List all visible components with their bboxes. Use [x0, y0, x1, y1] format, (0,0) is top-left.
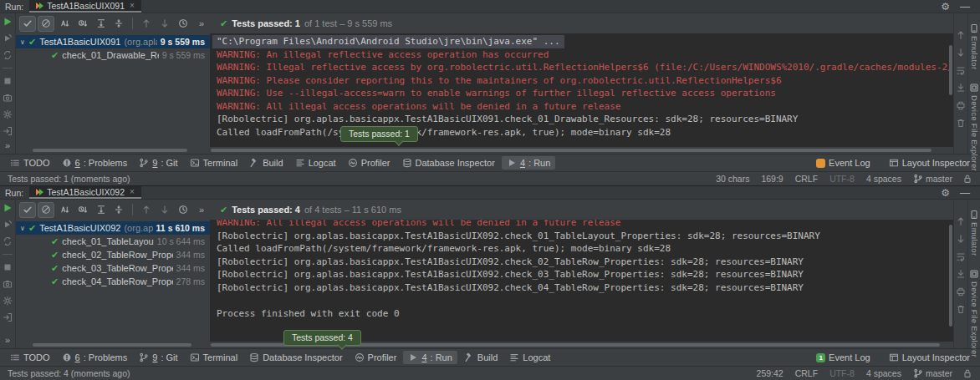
test-case-row[interactable]: ✔ check_01_Drawable_Resources 9 s 559 ms	[16, 48, 210, 62]
clear-console-icon[interactable]	[956, 118, 966, 128]
show-passed-icon[interactable]	[19, 202, 36, 218]
test-case-row[interactable]: ✔ check_02_TableRow_Properties 344 ms	[16, 248, 210, 261]
status-item[interactable]: UTF-8	[829, 174, 855, 184]
show-passed-icon[interactable]	[19, 16, 36, 32]
collapse-all-icon[interactable]	[111, 16, 128, 32]
test-case-row[interactable]: ✔ check_01_TableLayout_Properties 10 s 6…	[16, 235, 210, 248]
toolwindow-logcat-button[interactable]: Logcat	[290, 156, 341, 170]
test-case-row[interactable]: ✔ check_04_TableRow_Properties 278 ms	[16, 275, 210, 288]
test-case-row[interactable]: ✔ check_03_TableRow_Properties 344 ms	[16, 261, 210, 275]
stop-icon[interactable]	[3, 76, 13, 86]
toolwindow-profiler-button[interactable]: Profiler	[350, 351, 402, 364]
event-log-button[interactable]: 1 Event Log	[811, 351, 875, 364]
screenshot-icon[interactable]	[3, 279, 13, 289]
show-ignored-icon[interactable]	[38, 16, 54, 32]
status-item[interactable]: CRLF	[795, 174, 818, 184]
apply-changes-icon[interactable]	[3, 109, 13, 119]
console-vertical-scrollbar[interactable]	[949, 45, 952, 95]
toolwindow-problems-button[interactable]: 6: Problems	[57, 156, 133, 170]
rerun-test-icon[interactable]	[3, 17, 13, 27]
emulator-tab[interactable]: Emulator	[969, 23, 979, 69]
toolwindow-build-button[interactable]: Build	[244, 156, 288, 170]
settings-gear-icon[interactable]: ⚙	[941, 2, 950, 12]
toolwindow-build-button[interactable]: Build	[459, 351, 503, 364]
show-ignored-icon[interactable]	[38, 202, 54, 218]
clear-console-icon[interactable]	[956, 304, 966, 314]
console-vertical-scrollbar[interactable]	[949, 225, 952, 327]
sort-by-duration-icon[interactable]	[74, 202, 91, 218]
run-config-tab[interactable]: TestA1BasicUIX091 ×	[29, 0, 141, 13]
run-config-tab[interactable]: TestA1BasicUIX092 ×	[29, 186, 141, 199]
screenshot-icon[interactable]	[3, 93, 13, 103]
sort-alphabetically-icon[interactable]	[56, 16, 73, 32]
rerun-failed-tests-icon[interactable]	[3, 33, 13, 43]
arrow-to-bracket-icon[interactable]	[3, 126, 13, 136]
run-console[interactable]: "C:\Program Files\Android\Android Studio…	[210, 33, 953, 147]
toolwindow-database-inspector-button[interactable]: Database Inspector	[244, 351, 347, 364]
toolbar-divider[interactable]	[132, 18, 133, 29]
scroll-up-icon[interactable]	[956, 216, 966, 226]
event-log-button[interactable]: Event Log	[811, 156, 875, 170]
soft-wrap-icon[interactable]	[956, 251, 966, 261]
hidden-toolbar-chevrons-icon[interactable]: »	[5, 335, 10, 347]
previous-occurrence-icon[interactable]	[138, 16, 155, 32]
scroll-down-icon[interactable]	[956, 234, 966, 244]
toolwindow-terminal-button[interactable]: Terminal	[185, 156, 243, 170]
previous-occurrence-icon[interactable]	[138, 202, 155, 218]
close-icon[interactable]: ×	[130, 187, 135, 196]
minimize-icon[interactable]: —	[960, 188, 970, 198]
toolwindow-run-button[interactable]: 4: Run	[403, 351, 457, 364]
expand-all-icon[interactable]	[93, 202, 110, 218]
strip-divider[interactable]	[3, 68, 13, 68]
expand-all-icon[interactable]	[93, 16, 110, 32]
toolwindow-todo-button[interactable]: TODO	[5, 156, 55, 170]
status-item[interactable]: 259:42	[757, 368, 783, 378]
status-item[interactable]: 4 spaces	[866, 368, 901, 378]
toolwindow-git-button[interactable]: 9: Git	[134, 351, 182, 364]
git-branch-widget[interactable]: master	[913, 368, 952, 378]
emulator-tab[interactable]: Emulator	[969, 210, 979, 256]
scroll-down-icon[interactable]	[956, 48, 966, 58]
status-item[interactable]: 169:9	[761, 174, 783, 184]
toolwindow-git-button[interactable]: 9: Git	[134, 156, 182, 170]
strip-divider[interactable]	[3, 254, 13, 255]
scroll-to-end-icon[interactable]	[956, 269, 966, 279]
more-toolbar-icon[interactable]: »	[193, 202, 210, 218]
git-branch-widget[interactable]: master	[913, 174, 952, 184]
rerun-test-icon[interactable]	[3, 203, 13, 213]
status-item[interactable]: UTF-8	[829, 368, 855, 378]
status-item[interactable]: 4 spaces	[866, 174, 901, 184]
test-history-icon[interactable]	[175, 16, 191, 32]
layout-inspector-button[interactable]: Layout Inspector	[884, 351, 975, 364]
print-icon[interactable]	[956, 100, 966, 110]
toolwindow-logcat-button[interactable]: Logcat	[504, 351, 555, 364]
tree-horizontal-scrollbar[interactable]	[33, 343, 191, 347]
sort-alphabetically-icon[interactable]	[56, 202, 73, 218]
print-icon[interactable]	[956, 286, 966, 296]
arrow-to-bracket-icon[interactable]	[3, 312, 13, 322]
scroll-up-icon[interactable]	[956, 30, 966, 40]
chevron-down-icon[interactable]: ∨	[20, 225, 28, 232]
status-message[interactable]: Tests passed: 4 (moments ago)	[8, 368, 130, 378]
test-history-icon[interactable]	[175, 202, 191, 218]
toolwindow-terminal-button[interactable]: Terminal	[185, 351, 243, 364]
layout-inspector-button[interactable]: Layout Inspector	[884, 156, 975, 170]
toolwindow-todo-button[interactable]: TODO	[5, 351, 55, 364]
next-occurrence-icon[interactable]	[156, 16, 173, 32]
toolwindow-database-inspector-button[interactable]: Database Inspector	[397, 156, 500, 170]
more-toolbar-icon[interactable]: »	[193, 16, 210, 32]
stop-icon[interactable]	[3, 262, 13, 272]
sort-by-duration-icon[interactable]	[74, 16, 91, 32]
minimize-icon[interactable]: —	[960, 2, 970, 12]
scroll-to-end-icon[interactable]	[956, 83, 966, 93]
run-console[interactable]: WARNING: All illegal access operations w…	[210, 220, 953, 342]
toolwindow-profiler-button[interactable]: Profiler	[343, 156, 396, 170]
toolwindow-problems-button[interactable]: 6: Problems	[57, 351, 133, 364]
status-item[interactable]: CRLF	[795, 368, 818, 378]
test-suite-row[interactable]: ∨ ✔ TestA1BasicUIX092(org.aplas.basica 1…	[16, 221, 210, 235]
toolwindow-run-button[interactable]: 4: Run	[502, 156, 555, 170]
auto-test-icon[interactable]	[3, 236, 13, 246]
soft-wrap-icon[interactable]	[956, 65, 966, 75]
apply-changes-icon[interactable]	[3, 296, 13, 306]
chevron-down-icon[interactable]: ∨	[20, 38, 28, 46]
